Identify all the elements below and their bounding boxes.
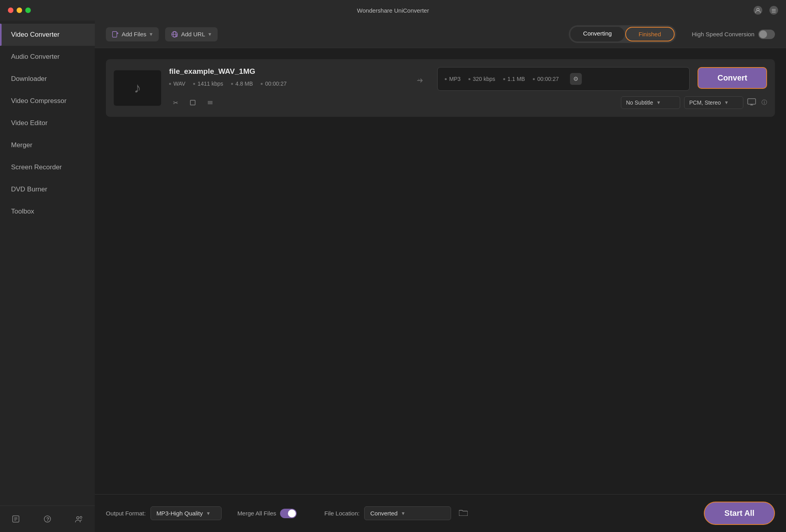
file-thumbnail: ♪ — [114, 70, 161, 106]
svg-rect-25 — [748, 99, 756, 104]
audio-chevron: ▼ — [724, 100, 729, 105]
merge-all-toggle[interactable] — [280, 509, 297, 518]
svg-rect-3 — [772, 12, 776, 13]
content-area: Add Files ▼ Add URL ▼ Converting — [95, 21, 786, 532]
close-button[interactable] — [8, 7, 13, 13]
music-icon: ♪ — [134, 80, 141, 96]
toolbar: Add Files ▼ Add URL ▼ Converting — [95, 21, 786, 48]
tab-group: Converting Finished — [569, 25, 676, 43]
svg-rect-21 — [190, 100, 195, 105]
target-duration: 00:00:27 — [533, 76, 559, 82]
tab-converting[interactable]: Converting — [570, 27, 624, 41]
svg-rect-12 — [113, 31, 117, 37]
screen-preview-icon[interactable] — [747, 98, 756, 107]
sidebar-item-dvd-burner[interactable]: DVD Burner — [0, 178, 95, 200]
merge-all-group: Merge All Files — [237, 509, 297, 518]
dot-sep-8 — [533, 78, 535, 80]
book-icon[interactable] — [11, 514, 21, 524]
start-all-button[interactable]: Start All — [704, 502, 775, 525]
sidebar-item-merger[interactable]: Merger — [0, 134, 95, 156]
target-format-box: MP3 320 kbps 1.1 MB — [437, 67, 690, 91]
dot-sep-3 — [231, 83, 233, 85]
file-location-inner: File Location: Converted ▼ — [324, 506, 468, 520]
output-format-select[interactable]: MP3-High Quality ▼ — [150, 506, 222, 520]
settings-icon[interactable]: ⚙ — [570, 73, 582, 85]
file-location-select[interactable]: Converted ▼ — [364, 506, 451, 520]
svg-rect-2 — [772, 11, 776, 11]
dot-sep-6 — [468, 78, 470, 80]
info-icon[interactable]: ⓘ — [762, 99, 767, 106]
svg-text:?: ? — [46, 516, 49, 522]
sidebar-item-audio-converter[interactable]: Audio Converter — [0, 46, 95, 68]
list-icon[interactable] — [204, 96, 216, 109]
target-info: MP3 320 kbps 1.1 MB — [445, 76, 558, 82]
dot-sep-7 — [503, 78, 505, 80]
sidebar-item-toolbox[interactable]: Toolbox — [0, 200, 95, 223]
dot-sep-4 — [261, 83, 263, 85]
file-location-chevron: ▼ — [401, 511, 406, 516]
subtitle-chevron: ▼ — [656, 100, 661, 105]
high-speed-toggle[interactable] — [758, 30, 775, 39]
convert-arrow — [406, 67, 433, 86]
file-location-label: File Location: — [324, 510, 359, 517]
cut-icon[interactable]: ✂ — [169, 96, 182, 109]
tab-finished[interactable]: Finished — [625, 27, 675, 41]
sidebar-item-video-converter[interactable]: Video Converter — [0, 24, 95, 46]
sidebar: Video Converter Audio Converter Download… — [0, 21, 95, 532]
source-format: WAV — [169, 81, 185, 87]
user-icon[interactable] — [754, 6, 762, 15]
svg-point-0 — [757, 8, 759, 11]
titlebar-right-icons — [754, 6, 778, 15]
convert-button[interactable]: Convert — [698, 67, 767, 89]
app-title: Wondershare UniConverter — [357, 7, 429, 14]
question-icon[interactable]: ? — [42, 514, 53, 524]
file-name: file_example_WAV_1MG — [169, 67, 406, 76]
sidebar-item-downloader[interactable]: Downloader — [0, 68, 95, 90]
target-bitrate: 320 kbps — [468, 76, 495, 82]
subtitle-audio-row: No Subtitle ▼ PCM, Stereo ▼ — [621, 96, 767, 109]
add-files-button[interactable]: Add Files ▼ — [106, 27, 159, 41]
sidebar-item-screen-recorder[interactable]: Screen Recorder — [0, 156, 95, 178]
dot-sep-5 — [445, 78, 447, 80]
bottom-bar: Output Format: MP3-High Quality ▼ Merge … — [95, 494, 786, 532]
toggle-knob — [759, 30, 767, 38]
source-size: 4.8 MB — [231, 81, 253, 87]
target-format: MP3 — [445, 76, 461, 82]
window-controls[interactable] — [8, 7, 31, 13]
dot-sep-2 — [193, 83, 195, 85]
output-format-label: Output Format: — [106, 510, 146, 517]
sidebar-item-video-editor[interactable]: Video Editor — [0, 112, 95, 134]
people-icon[interactable] — [74, 514, 84, 524]
sidebar-item-video-compressor[interactable]: Video Compressor — [0, 90, 95, 112]
file-card-body: file_example_WAV_1MG WAV 1411 kbps — [169, 67, 767, 109]
maximize-button[interactable] — [25, 7, 31, 13]
output-format-chevron: ▼ — [206, 511, 211, 516]
file-location-group: File Location: Converted ▼ — [324, 506, 468, 520]
file-card-top: file_example_WAV_1MG WAV 1411 kbps — [169, 67, 767, 91]
add-files-chevron: ▼ — [149, 32, 154, 37]
audio-select[interactable]: PCM, Stereo ▼ — [684, 96, 743, 109]
output-format-group: Output Format: MP3-High Quality ▼ — [106, 506, 222, 520]
add-url-button[interactable]: Add URL ▼ — [165, 27, 218, 41]
folder-icon[interactable] — [459, 509, 468, 518]
high-speed-section: High Speed Conversion — [692, 30, 775, 39]
crop-icon[interactable] — [186, 96, 199, 109]
titlebar: Wondershare UniConverter — [0, 0, 786, 21]
source-bitrate: 1411 kbps — [193, 81, 223, 87]
file-meta-source: WAV 1411 kbps 4.8 MB — [169, 81, 406, 87]
add-url-chevron: ▼ — [207, 32, 212, 37]
file-info: file_example_WAV_1MG WAV 1411 kbps — [169, 67, 406, 87]
minimize-button[interactable] — [17, 7, 22, 13]
file-card-lower: ✂ — [169, 96, 767, 109]
dot-sep-1 — [169, 83, 171, 85]
file-list-area: ♪ file_example_WAV_1MG WAV — [95, 48, 786, 494]
merge-toggle-knob — [288, 510, 296, 517]
svg-point-11 — [80, 517, 82, 519]
menu-icon[interactable] — [769, 6, 778, 15]
sidebar-bottom: ? — [0, 506, 95, 532]
svg-point-10 — [77, 517, 79, 519]
file-card: ♪ file_example_WAV_1MG WAV — [106, 59, 775, 117]
source-duration: 00:00:27 — [261, 81, 287, 87]
subtitle-select[interactable]: No Subtitle ▼ — [621, 96, 680, 109]
svg-rect-1 — [772, 9, 776, 10]
